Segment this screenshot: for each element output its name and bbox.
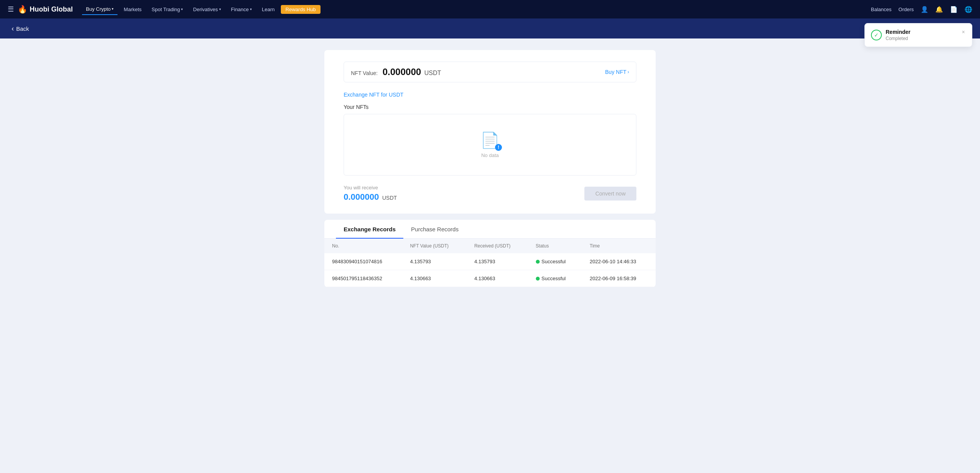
nft-value-left: NFT Value: 0.000000 USDT xyxy=(351,67,441,77)
nav-menu: Buy Crypto ▾ Markets Spot Trading ▾ Deri… xyxy=(82,4,871,15)
status-success-1: Successful xyxy=(536,259,574,264)
your-nfts-label: Your NFTs xyxy=(344,104,636,110)
toast-subtitle: Completed xyxy=(886,36,957,41)
no-data-icon: 📄 ! xyxy=(480,131,500,149)
records-table: No. NFT Value (USDT) Received (USDT) Sta… xyxy=(324,239,656,287)
nav-item-derivatives[interactable]: Derivatives ▾ xyxy=(189,4,225,15)
col-received: Received (USDT) xyxy=(467,239,528,253)
col-status: Status xyxy=(528,239,582,253)
rewards-hub-button[interactable]: Rewards Hub xyxy=(281,5,321,14)
globe-icon[interactable]: 🌐 xyxy=(965,6,972,13)
exclamation-icon: ! xyxy=(495,144,502,151)
nft-value-currency: USDT xyxy=(425,70,441,76)
back-arrow-icon: ‹ xyxy=(12,25,14,33)
toast-title: Reminder xyxy=(886,29,957,35)
exchange-card: NFT Value: 0.000000 USDT Buy NFT › Excha… xyxy=(324,50,656,214)
nft-value-row: NFT Value: 0.000000 USDT Buy NFT › xyxy=(344,62,636,82)
orders-link[interactable]: Orders xyxy=(898,7,914,12)
records-card: Exchange Records Purchase Records No. NF… xyxy=(324,220,656,287)
tabs-row: Exchange Records Purchase Records xyxy=(324,220,656,239)
status-dot-icon xyxy=(536,260,540,264)
col-no: No. xyxy=(324,239,402,253)
caret-icon: ▾ xyxy=(112,7,114,11)
no-data-text: No data xyxy=(481,152,499,158)
tab-purchase-records[interactable]: Purchase Records xyxy=(403,220,466,239)
cell-nft-value-2: 4.130663 xyxy=(402,270,467,287)
cell-status-2: Successful xyxy=(528,270,582,287)
main-content: NFT Value: 0.000000 USDT Buy NFT › Excha… xyxy=(317,38,663,299)
nft-value-amount: 0.000000 xyxy=(383,67,421,77)
buy-nft-button[interactable]: Buy NFT › xyxy=(605,69,629,75)
cell-nft-value-1: 4.135793 xyxy=(402,253,467,270)
cell-no-2: 984501795118436352 xyxy=(324,270,402,287)
cell-no-1: 984830940151074816 xyxy=(324,253,402,270)
convert-now-button[interactable]: Convert now xyxy=(584,187,636,201)
back-button[interactable]: ‹ Back xyxy=(12,25,29,33)
document-icon[interactable]: 📄 xyxy=(950,6,958,13)
nav-item-markets[interactable]: Markets xyxy=(120,4,145,15)
nav-item-buy-crypto[interactable]: Buy Crypto ▾ xyxy=(82,4,117,15)
cell-received-1: 4.135793 xyxy=(467,253,528,270)
table-header: No. NFT Value (USDT) Received (USDT) Sta… xyxy=(324,239,656,253)
toast-content: Reminder Completed xyxy=(886,29,957,41)
logo: 🔥 Huobi Global xyxy=(18,5,73,14)
nav-item-spot-trading[interactable]: Spot Trading ▾ xyxy=(148,4,187,15)
nav-right: Balances Orders 👤 🔔 📄 🌐 xyxy=(871,6,972,13)
col-nft-value: NFT Value (USDT) xyxy=(402,239,467,253)
chevron-right-icon: › xyxy=(628,69,629,75)
nft-value-label: NFT Value: xyxy=(351,70,378,76)
back-bar: ‹ Back xyxy=(0,18,980,38)
receive-row: You will receive 0.000000 USDT Convert n… xyxy=(344,185,636,202)
receive-amount: 0.000000 xyxy=(344,192,379,202)
caret-icon: ▾ xyxy=(219,7,221,11)
nft-area: 📄 ! No data xyxy=(344,114,636,175)
toast-notification: ✓ Reminder Completed × xyxy=(864,23,972,47)
hamburger-icon[interactable]: ☰ xyxy=(8,5,14,13)
table-row: 984830940151074816 4.135793 4.135793 Suc… xyxy=(324,253,656,270)
receive-label: You will receive xyxy=(344,185,397,191)
user-icon[interactable]: 👤 xyxy=(921,6,928,13)
cell-status-1: Successful xyxy=(528,253,582,270)
balances-link[interactable]: Balances xyxy=(871,7,891,12)
flame-icon: 🔥 xyxy=(18,5,27,14)
status-dot-icon xyxy=(536,277,540,281)
cell-time-1: 2022-06-10 14:46:33 xyxy=(582,253,656,270)
toast-close-button[interactable]: × xyxy=(961,29,966,35)
caret-icon: ▾ xyxy=(250,7,252,11)
cell-time-2: 2022-06-09 16:58:39 xyxy=(582,270,656,287)
logo-text: Huobi Global xyxy=(30,5,73,13)
section-title: Exchange NFT for USDT xyxy=(344,92,636,98)
table-row: 984501795118436352 4.130663 4.130663 Suc… xyxy=(324,270,656,287)
col-time: Time xyxy=(582,239,656,253)
bell-icon[interactable]: 🔔 xyxy=(935,6,943,13)
receive-currency: USDT xyxy=(382,195,397,201)
caret-icon: ▾ xyxy=(181,7,183,11)
nav-item-finance[interactable]: Finance ▾ xyxy=(227,4,256,15)
nav-item-learn[interactable]: Learn xyxy=(258,4,279,15)
status-success-2: Successful xyxy=(536,276,574,281)
cell-received-2: 4.130663 xyxy=(467,270,528,287)
navbar: ☰ 🔥 Huobi Global Buy Crypto ▾ Markets Sp… xyxy=(0,0,980,18)
tab-exchange-records[interactable]: Exchange Records xyxy=(336,220,403,239)
toast-check-icon: ✓ xyxy=(871,30,882,40)
receive-left: You will receive 0.000000 USDT xyxy=(344,185,397,202)
